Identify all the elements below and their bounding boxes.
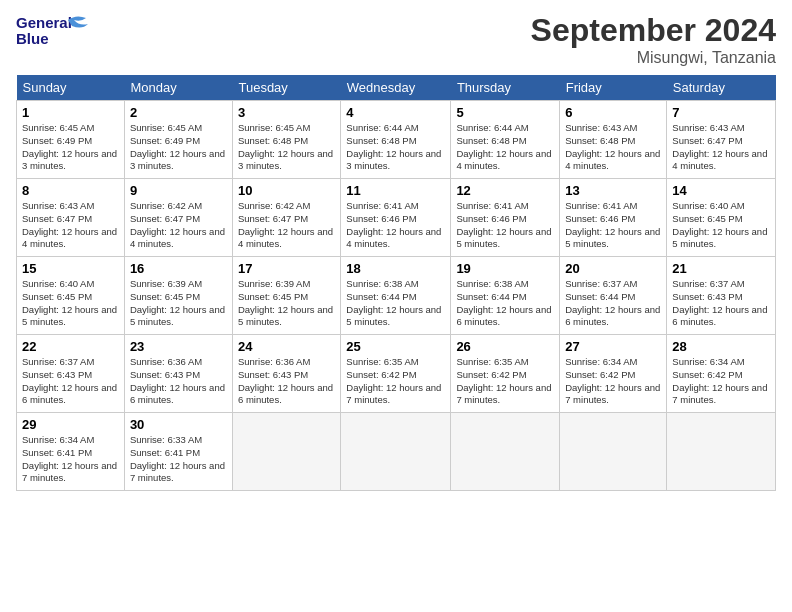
day-number: 14 bbox=[672, 183, 770, 198]
table-cell: 13Sunrise: 6:41 AM Sunset: 6:46 PM Dayli… bbox=[560, 179, 667, 257]
day-number: 2 bbox=[130, 105, 227, 120]
table-cell: 29Sunrise: 6:34 AM Sunset: 6:41 PM Dayli… bbox=[17, 413, 125, 491]
col-sunday: Sunday bbox=[17, 75, 125, 101]
table-cell: 16Sunrise: 6:39 AM Sunset: 6:45 PM Dayli… bbox=[124, 257, 232, 335]
day-number: 5 bbox=[456, 105, 554, 120]
day-info: Sunrise: 6:43 AM Sunset: 6:47 PM Dayligh… bbox=[672, 122, 770, 173]
day-info: Sunrise: 6:45 AM Sunset: 6:49 PM Dayligh… bbox=[130, 122, 227, 173]
day-info: Sunrise: 6:37 AM Sunset: 6:44 PM Dayligh… bbox=[565, 278, 661, 329]
col-saturday: Saturday bbox=[667, 75, 776, 101]
calendar-table: Sunday Monday Tuesday Wednesday Thursday… bbox=[16, 75, 776, 491]
table-cell: 2Sunrise: 6:45 AM Sunset: 6:49 PM Daylig… bbox=[124, 101, 232, 179]
day-info: Sunrise: 6:45 AM Sunset: 6:48 PM Dayligh… bbox=[238, 122, 335, 173]
day-info: Sunrise: 6:41 AM Sunset: 6:46 PM Dayligh… bbox=[346, 200, 445, 251]
day-info: Sunrise: 6:38 AM Sunset: 6:44 PM Dayligh… bbox=[346, 278, 445, 329]
day-number: 16 bbox=[130, 261, 227, 276]
day-number: 12 bbox=[456, 183, 554, 198]
day-number: 27 bbox=[565, 339, 661, 354]
day-info: Sunrise: 6:45 AM Sunset: 6:49 PM Dayligh… bbox=[22, 122, 119, 173]
col-thursday: Thursday bbox=[451, 75, 560, 101]
table-cell bbox=[341, 413, 451, 491]
table-cell: 9Sunrise: 6:42 AM Sunset: 6:47 PM Daylig… bbox=[124, 179, 232, 257]
day-number: 1 bbox=[22, 105, 119, 120]
day-info: Sunrise: 6:39 AM Sunset: 6:45 PM Dayligh… bbox=[130, 278, 227, 329]
day-number: 24 bbox=[238, 339, 335, 354]
day-number: 20 bbox=[565, 261, 661, 276]
day-number: 15 bbox=[22, 261, 119, 276]
table-cell: 3Sunrise: 6:45 AM Sunset: 6:48 PM Daylig… bbox=[232, 101, 340, 179]
day-number: 17 bbox=[238, 261, 335, 276]
table-cell: 11Sunrise: 6:41 AM Sunset: 6:46 PM Dayli… bbox=[341, 179, 451, 257]
day-number: 10 bbox=[238, 183, 335, 198]
table-cell: 17Sunrise: 6:39 AM Sunset: 6:45 PM Dayli… bbox=[232, 257, 340, 335]
table-cell: 19Sunrise: 6:38 AM Sunset: 6:44 PM Dayli… bbox=[451, 257, 560, 335]
day-info: Sunrise: 6:37 AM Sunset: 6:43 PM Dayligh… bbox=[22, 356, 119, 407]
day-number: 13 bbox=[565, 183, 661, 198]
day-info: Sunrise: 6:40 AM Sunset: 6:45 PM Dayligh… bbox=[672, 200, 770, 251]
day-number: 29 bbox=[22, 417, 119, 432]
day-number: 23 bbox=[130, 339, 227, 354]
day-info: Sunrise: 6:44 AM Sunset: 6:48 PM Dayligh… bbox=[456, 122, 554, 173]
day-info: Sunrise: 6:43 AM Sunset: 6:47 PM Dayligh… bbox=[22, 200, 119, 251]
day-info: Sunrise: 6:38 AM Sunset: 6:44 PM Dayligh… bbox=[456, 278, 554, 329]
table-cell: 28Sunrise: 6:34 AM Sunset: 6:42 PM Dayli… bbox=[667, 335, 776, 413]
table-cell: 24Sunrise: 6:36 AM Sunset: 6:43 PM Dayli… bbox=[232, 335, 340, 413]
day-number: 8 bbox=[22, 183, 119, 198]
day-info: Sunrise: 6:41 AM Sunset: 6:46 PM Dayligh… bbox=[565, 200, 661, 251]
day-number: 9 bbox=[130, 183, 227, 198]
col-wednesday: Wednesday bbox=[341, 75, 451, 101]
day-info: Sunrise: 6:35 AM Sunset: 6:42 PM Dayligh… bbox=[456, 356, 554, 407]
day-number: 19 bbox=[456, 261, 554, 276]
month-title: September 2024 bbox=[531, 12, 776, 49]
day-info: Sunrise: 6:33 AM Sunset: 6:41 PM Dayligh… bbox=[130, 434, 227, 485]
day-info: Sunrise: 6:42 AM Sunset: 6:47 PM Dayligh… bbox=[238, 200, 335, 251]
day-info: Sunrise: 6:43 AM Sunset: 6:48 PM Dayligh… bbox=[565, 122, 661, 173]
table-cell: 20Sunrise: 6:37 AM Sunset: 6:44 PM Dayli… bbox=[560, 257, 667, 335]
table-cell: 8Sunrise: 6:43 AM Sunset: 6:47 PM Daylig… bbox=[17, 179, 125, 257]
table-cell: 6Sunrise: 6:43 AM Sunset: 6:48 PM Daylig… bbox=[560, 101, 667, 179]
table-cell: 27Sunrise: 6:34 AM Sunset: 6:42 PM Dayli… bbox=[560, 335, 667, 413]
day-number: 6 bbox=[565, 105, 661, 120]
day-number: 30 bbox=[130, 417, 227, 432]
title-section: September 2024 Misungwi, Tanzania bbox=[531, 12, 776, 67]
day-number: 21 bbox=[672, 261, 770, 276]
table-cell: 30Sunrise: 6:33 AM Sunset: 6:41 PM Dayli… bbox=[124, 413, 232, 491]
col-monday: Monday bbox=[124, 75, 232, 101]
day-info: Sunrise: 6:42 AM Sunset: 6:47 PM Dayligh… bbox=[130, 200, 227, 251]
table-cell bbox=[232, 413, 340, 491]
table-cell: 7Sunrise: 6:43 AM Sunset: 6:47 PM Daylig… bbox=[667, 101, 776, 179]
table-cell: 4Sunrise: 6:44 AM Sunset: 6:48 PM Daylig… bbox=[341, 101, 451, 179]
table-cell: 21Sunrise: 6:37 AM Sunset: 6:43 PM Dayli… bbox=[667, 257, 776, 335]
table-cell: 25Sunrise: 6:35 AM Sunset: 6:42 PM Dayli… bbox=[341, 335, 451, 413]
day-info: Sunrise: 6:36 AM Sunset: 6:43 PM Dayligh… bbox=[238, 356, 335, 407]
day-info: Sunrise: 6:40 AM Sunset: 6:45 PM Dayligh… bbox=[22, 278, 119, 329]
svg-text:General: General bbox=[16, 14, 72, 31]
day-number: 28 bbox=[672, 339, 770, 354]
col-tuesday: Tuesday bbox=[232, 75, 340, 101]
day-info: Sunrise: 6:34 AM Sunset: 6:42 PM Dayligh… bbox=[565, 356, 661, 407]
day-number: 26 bbox=[456, 339, 554, 354]
table-cell bbox=[560, 413, 667, 491]
day-number: 25 bbox=[346, 339, 445, 354]
day-info: Sunrise: 6:44 AM Sunset: 6:48 PM Dayligh… bbox=[346, 122, 445, 173]
day-number: 22 bbox=[22, 339, 119, 354]
day-info: Sunrise: 6:34 AM Sunset: 6:42 PM Dayligh… bbox=[672, 356, 770, 407]
day-info: Sunrise: 6:37 AM Sunset: 6:43 PM Dayligh… bbox=[672, 278, 770, 329]
table-cell: 12Sunrise: 6:41 AM Sunset: 6:46 PM Dayli… bbox=[451, 179, 560, 257]
day-info: Sunrise: 6:36 AM Sunset: 6:43 PM Dayligh… bbox=[130, 356, 227, 407]
table-cell: 5Sunrise: 6:44 AM Sunset: 6:48 PM Daylig… bbox=[451, 101, 560, 179]
day-number: 3 bbox=[238, 105, 335, 120]
day-info: Sunrise: 6:39 AM Sunset: 6:45 PM Dayligh… bbox=[238, 278, 335, 329]
table-cell: 23Sunrise: 6:36 AM Sunset: 6:43 PM Dayli… bbox=[124, 335, 232, 413]
day-number: 11 bbox=[346, 183, 445, 198]
table-cell: 26Sunrise: 6:35 AM Sunset: 6:42 PM Dayli… bbox=[451, 335, 560, 413]
table-cell: 10Sunrise: 6:42 AM Sunset: 6:47 PM Dayli… bbox=[232, 179, 340, 257]
svg-text:Blue: Blue bbox=[16, 30, 49, 47]
table-cell: 1Sunrise: 6:45 AM Sunset: 6:49 PM Daylig… bbox=[17, 101, 125, 179]
table-cell bbox=[667, 413, 776, 491]
day-info: Sunrise: 6:41 AM Sunset: 6:46 PM Dayligh… bbox=[456, 200, 554, 251]
logo: General Blue bbox=[16, 12, 106, 50]
table-cell: 18Sunrise: 6:38 AM Sunset: 6:44 PM Dayli… bbox=[341, 257, 451, 335]
day-number: 7 bbox=[672, 105, 770, 120]
table-cell: 14Sunrise: 6:40 AM Sunset: 6:45 PM Dayli… bbox=[667, 179, 776, 257]
